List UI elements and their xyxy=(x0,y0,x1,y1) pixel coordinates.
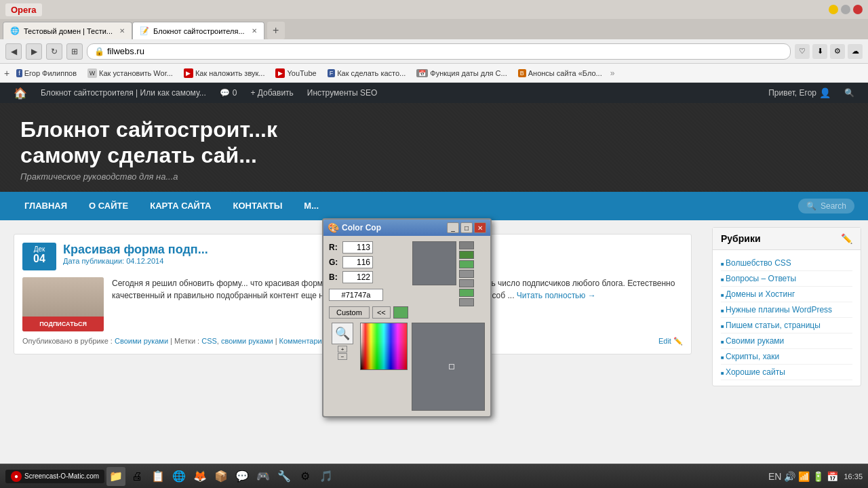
article-rubric-link[interactable]: Своими руками xyxy=(115,337,168,345)
taskbar-icon-settings[interactable]: 🔧 xyxy=(275,467,294,486)
rubric-3[interactable]: Домены и Хостинг xyxy=(721,287,852,302)
settings-icon[interactable]: ⚙ xyxy=(830,44,845,59)
rubric-8[interactable]: Хорошие сайты xyxy=(721,365,852,380)
rubric-4[interactable]: Нужные плагины WordPress xyxy=(721,302,852,318)
sync-icon[interactable]: ☁ xyxy=(848,44,863,59)
taskbar-icon-print[interactable]: 🖨 xyxy=(127,467,146,486)
tag-hands[interactable]: своими руками xyxy=(221,337,273,345)
taskbar-icon-media[interactable]: 🎵 xyxy=(317,467,336,486)
bookmark-7-icon: B xyxy=(518,69,526,77)
swatch-1[interactable] xyxy=(459,241,474,249)
r-input[interactable] xyxy=(342,241,373,253)
bookmark-youtube[interactable]: ▶ YouTube xyxy=(271,67,320,79)
dialog-controls: _ □ ✕ xyxy=(447,222,486,233)
taskbar-icon-firefox[interactable]: 🦊 xyxy=(191,467,210,486)
forward-button[interactable]: ▶ xyxy=(26,43,42,60)
date-day: 04 xyxy=(28,253,51,265)
color-preview xyxy=(412,241,456,285)
tab-1-close[interactable]: ✕ xyxy=(119,27,125,35)
lang-icon[interactable]: EN xyxy=(768,471,781,482)
wp-add-new[interactable]: + Добавить xyxy=(243,83,300,103)
taskbar-icon-game[interactable]: 🎮 xyxy=(254,467,273,486)
add-bookmark-button[interactable]: + xyxy=(4,68,9,79)
taskbar-icon-tools[interactable]: ⚙ xyxy=(296,467,315,486)
rubric-5[interactable]: Пишем статьи, страницы xyxy=(721,318,852,333)
pub-date: 04.12.2014 xyxy=(126,257,163,265)
zoom-in-button[interactable]: + xyxy=(338,346,347,352)
new-tab-button[interactable]: + xyxy=(267,22,285,39)
color-swatches xyxy=(459,241,474,306)
dialog-maximize[interactable]: □ xyxy=(460,222,473,233)
search-box[interactable]: 🔍 Search xyxy=(798,199,854,214)
taskbar-icon-browser[interactable]: 🌐 xyxy=(170,467,189,486)
taskbar-icon-package[interactable]: 📦 xyxy=(212,467,231,486)
close-btn[interactable] xyxy=(853,5,863,14)
dialog-actions: Custom << xyxy=(329,306,408,319)
wp-search-btn[interactable]: 🔍 xyxy=(837,83,861,103)
rubric-7[interactable]: Скрипты, хаки xyxy=(721,349,852,365)
read-more-link[interactable]: Читать полностью → xyxy=(517,291,596,300)
home-button[interactable]: ⊞ xyxy=(66,43,83,60)
bookmarks-more[interactable]: » xyxy=(610,68,615,78)
bookmark-7[interactable]: B Анонсы сайта «Бло... xyxy=(514,68,606,79)
article-title[interactable]: Красивая форма подп... xyxy=(63,243,208,257)
zoom-out-button[interactable]: − xyxy=(338,353,347,360)
taskbar-icon-clipboard[interactable]: 📋 xyxy=(149,467,167,486)
tag-css[interactable]: CSS xyxy=(201,337,217,345)
bookmark-2[interactable]: W Как установить Wor... xyxy=(83,67,177,79)
bookmark-3[interactable]: ▶ Как наложить звук... xyxy=(180,67,269,79)
bookmark-5[interactable]: F Как сделать касто... xyxy=(323,68,410,79)
swatch-4[interactable] xyxy=(459,270,474,278)
hex-input[interactable] xyxy=(329,289,383,301)
wp-logo[interactable]: 🏠 xyxy=(7,83,34,103)
swatch-5[interactable] xyxy=(459,279,474,287)
dialog-close[interactable]: ✕ xyxy=(474,222,486,233)
edit-button[interactable]: Edit ✏️ xyxy=(658,337,683,346)
color-palette[interactable] xyxy=(360,323,408,370)
address-bar[interactable]: 🔒 filwebs.ru xyxy=(87,43,791,60)
download-icon[interactable]: ⬇ xyxy=(812,44,827,59)
nav-home[interactable]: ГЛАВНАЯ xyxy=(14,192,78,220)
bookmark-6[interactable]: 📅 Функция даты для С... xyxy=(412,68,511,79)
rubric-1[interactable]: Волшебство CSS xyxy=(721,256,852,271)
audio-icon[interactable]: 🔊 xyxy=(784,471,795,482)
arrows-button[interactable]: << xyxy=(372,306,391,319)
custom-button[interactable]: Custom xyxy=(329,306,370,319)
swatch-7[interactable] xyxy=(459,298,474,306)
wp-seo[interactable]: Инструменты SEO xyxy=(300,83,384,103)
rubric-2[interactable]: Вопросы – Ответы xyxy=(721,271,852,287)
tab-2-close[interactable]: ✕ xyxy=(252,27,257,35)
taskbar-icon-chat[interactable]: 💬 xyxy=(233,467,252,486)
nav-contacts[interactable]: КОНТАКТЫ xyxy=(222,192,293,220)
calendar-icon[interactable]: 📅 xyxy=(827,471,838,482)
minimize-btn[interactable] xyxy=(829,5,838,14)
color-cop-icon: 🎨 xyxy=(328,222,339,233)
bookmark-1[interactable]: f Егор Филиппов xyxy=(12,68,81,79)
back-button[interactable]: ◀ xyxy=(5,43,22,60)
wp-greeting[interactable]: Привет, Егор 👤 xyxy=(762,83,837,103)
bookmark-icon[interactable]: ♡ xyxy=(795,44,810,59)
taskbar-icon-files[interactable]: 📁 xyxy=(106,467,125,486)
swatch-6[interactable] xyxy=(459,289,474,297)
wp-site-name[interactable]: Блокнот сайтостроителя | Или как самому.… xyxy=(34,83,213,103)
opera-logo[interactable]: Opera xyxy=(5,3,42,16)
tab-2[interactable]: 📝 Блокнот сайтостроителя... ✕ xyxy=(132,22,264,39)
swatch-2[interactable] xyxy=(459,251,474,259)
palette-area[interactable] xyxy=(360,323,408,370)
b-input[interactable] xyxy=(342,271,373,283)
g-input[interactable] xyxy=(342,256,373,268)
nav-more[interactable]: М... xyxy=(293,192,330,220)
rubric-6[interactable]: Своими руками xyxy=(721,333,852,349)
nav-about[interactable]: О САЙТЕ xyxy=(78,192,139,220)
wp-comments[interactable]: 💬 0 xyxy=(213,83,244,103)
tab-1[interactable]: 🌐 Тестовый домен | Тести... ✕ xyxy=(3,22,132,39)
swatch-3[interactable] xyxy=(459,260,474,268)
reload-button[interactable]: ↻ xyxy=(46,43,62,60)
maximize-btn[interactable] xyxy=(841,5,850,14)
battery-icon[interactable]: 🔋 xyxy=(812,471,824,482)
network-icon[interactable]: 📶 xyxy=(798,471,810,482)
wp-admin-right: Привет, Егор 👤 🔍 xyxy=(762,83,861,103)
dialog-minimize[interactable]: _ xyxy=(447,222,459,233)
nav-sitemap[interactable]: КАРТА САЙТА xyxy=(139,192,222,220)
widget-edit-icon[interactable]: ✏️ xyxy=(841,233,852,244)
